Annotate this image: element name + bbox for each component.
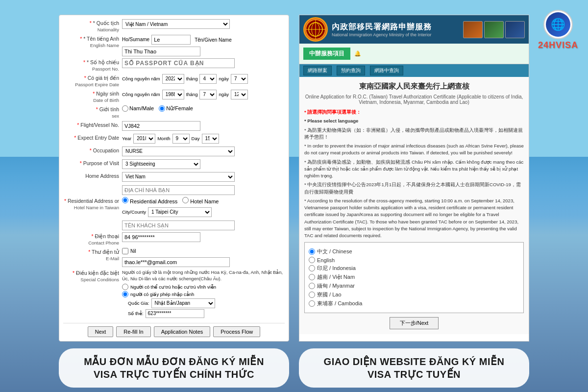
flight-input-area [122,121,285,131]
gender-female-option[interactable]: Nữ/Female [159,105,193,112]
nia-nav-check[interactable]: 網路中查詢 [370,66,403,75]
nia-notice-animal-cn: * 為防重大動物傳染病（如：非洲豬瘟）入侵，確勿攜帶肉類產品或動物產品入境臺灣等… [304,127,524,141]
phone-input-area [122,232,285,242]
home-address-label: Home Address [63,172,122,180]
lang-zh[interactable]: 中文 / Chinese [309,248,519,255]
sc-radio2[interactable] [122,291,128,297]
nia-title-block: 內政部移民署網路申辦服務 National Immigration Agency… [332,22,459,37]
sc-number-input[interactable] [146,309,204,318]
nia-nav-online[interactable]: 網路辦案 [303,66,332,75]
lang-id-radio[interactable] [309,265,315,271]
process-flow-button[interactable]: Process Flow [213,326,260,337]
lang-vi-radio[interactable] [309,274,315,280]
gender-male-radio[interactable] [122,105,128,112]
lang-lo[interactable]: 寮國 / Lao [309,291,519,298]
nia-nav-appointment[interactable]: 預約查詢 [337,66,365,75]
lang-en-radio[interactable] [309,257,315,263]
nationality-select[interactable]: Việt Nam / Vietnam [122,19,230,29]
left-caption-banner: MẪU ĐƠN MẪU ĐƠN ĐĂNG KÝ MIỄN VISA TRỰC T… [59,348,289,388]
city-label: City/County [122,209,146,215]
phone-label: * Điện thoại Contact Phone [63,232,122,246]
right-caption-text: GIAO DIỆN WEBSITE ĐĂNG KÝ MIỄN VISA TRỰC… [309,355,519,381]
nia-panel: 內政部移民署網路申辦服務 National Immigration Agency… [299,15,529,342]
gender-female-radio[interactable] [159,105,165,112]
lang-zh-radio[interactable] [309,248,315,255]
flight-input[interactable] [122,121,200,131]
nationality-row: * * Quốc tịch Nationality Việt Nam / Vie… [63,19,285,33]
given-name-label: Tên/Given Name [195,37,232,43]
nia-notice-resolution: * According to the resolution of the cro… [304,197,524,240]
nationality-input-area: Việt Nam / Vietnam [122,19,285,29]
month-label: Month [157,136,170,141]
gender-row: * Giới tính sex Nam/Male Nữ/Female [63,105,285,119]
hotel-name-input[interactable] [122,220,235,230]
nia-green-tab[interactable]: 中辦服務項目 [303,48,350,60]
nia-photos [463,21,525,38]
passport-no-input[interactable] [122,58,235,68]
residential-radio[interactable] [122,197,128,203]
nia-lang-box: 中文 / Chinese English 印尼 / Indonesia 越南 /… [304,242,524,313]
expire-month-select[interactable]: 4 [199,74,217,84]
purpose-select[interactable]: 3 Sightseeing [122,159,200,169]
nia-nav: 網路辦案 預約查詢 網路中查詢 [299,64,529,77]
nia-logo [303,17,328,42]
refill-button[interactable]: Re-fill In [116,326,150,337]
expire-year-select[interactable]: 2022 [162,74,184,84]
entry-year-select[interactable]: 2018 [133,134,155,144]
dob-row: * Ngày sinh Date of Birth Công nguyên nă… [63,90,285,103]
visa-brand: 24HVISA [538,40,578,50]
nia-notice-disease: * 為防疫病毒傳染感染，如動物、如疾病如豬流感 Châu Phi xâm nhậ… [304,159,524,180]
home-address-input-area: Viet Nam [122,172,285,195]
passport-expire-label: * Có giá trị đến Passport Expire Date [63,74,122,88]
sc-radio1[interactable] [122,284,128,290]
next-button[interactable]: Next [88,326,114,337]
dob-month-select[interactable]: 7 [199,90,217,99]
phone-row: * Điện thoại Contact Phone [63,232,285,246]
nia-notice-animal-en: * In order to prevent the invasion of ma… [304,143,524,157]
passport-no-input-area [122,58,285,68]
residential-radio-option[interactable]: Residential Address [122,197,177,204]
application-notes-button[interactable]: Application Notes [154,326,211,337]
lang-my-radio[interactable] [309,283,315,289]
dob-day-select[interactable]: 12 [231,90,248,99]
nil-checkbox-label[interactable]: Nil [122,248,136,254]
residential-label: * Residential Address or Hotel Name in T… [63,197,122,211]
entry-day-select[interactable]: 15 [202,134,219,144]
english-name-label: * * Tên tiếng Anh English Name [63,35,122,49]
city-select[interactable]: 1 Taipei City [148,207,212,217]
nia-next-button[interactable]: 下一步/Next [390,317,439,329]
lang-en[interactable]: English [309,257,519,263]
dob-year-select[interactable]: 1988 [162,90,184,99]
sc-country-select[interactable]: Nhật Bản/Japan [151,298,215,308]
lang-my[interactable]: 緬甸 / Myanmar [309,282,519,290]
occupation-row: * Occupation NURSE [63,147,285,157]
day-label: Day [192,136,200,141]
phone-input[interactable] [122,232,200,242]
occupation-select[interactable]: NURSE [122,147,235,156]
ho-surname-input[interactable] [151,35,191,45]
lang-km-radio[interactable] [309,300,315,307]
lang-id[interactable]: 印尼 / Indonesia [309,265,519,272]
given-name-input[interactable] [122,47,200,56]
nia-section-title: 東南亞國家人民來臺先行上網查核 [304,82,524,91]
nia-next-btn-area: 下一步/Next [304,317,524,329]
expire-day-select[interactable]: 7 [231,74,248,84]
home-address-input[interactable] [122,185,235,195]
lang-km[interactable]: 柬埔寨 / Cambodia [309,300,519,307]
home-country-select[interactable]: Viet Nam [122,172,235,182]
nia-photo-2 [484,21,504,38]
gender-male-option[interactable]: Nam/Male [122,105,154,112]
lang-lo-radio[interactable] [309,292,315,298]
nil-checkbox[interactable] [122,248,128,254]
hotel-radio-option[interactable]: Hotel Name [182,197,219,204]
right-caption-banner: GIAO DIỆN WEBSITE ĐĂNG KÝ MIỄN VISA TRỰC… [299,348,529,388]
cn-year-label: Công nguyên năm [122,76,160,81]
email-input[interactable] [122,257,230,267]
dob-input-area: Công nguyên năm 1988 tháng 7 ngày 12 [122,90,285,99]
entry-month-select[interactable]: 9 [172,134,190,144]
sc-country-row: Quốc Gia: Nhật Bản/Japan [128,298,285,308]
entry-date-input-area: Year 2018 Month 9 Day 15 [122,134,285,144]
hotel-radio[interactable] [182,197,189,203]
residential-row: * Residential Address or Hotel Name in T… [63,197,285,230]
lang-vi[interactable]: 越南 / Việt Nam [309,273,519,281]
